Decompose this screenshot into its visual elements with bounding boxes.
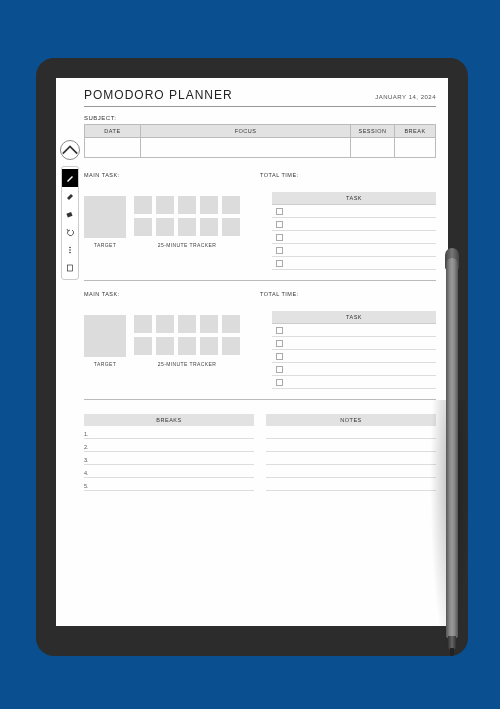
main-task-label-1: MAIN TASK: <box>84 172 260 178</box>
task-block-2: TARGET 25-MINUTE TRACKER TASK <box>84 311 436 389</box>
break-cell[interactable] <box>395 138 435 157</box>
checkbox-icon[interactable] <box>276 247 283 254</box>
task-row[interactable] <box>272 231 436 244</box>
checkbox-icon[interactable] <box>276 366 283 373</box>
focus-cell[interactable] <box>141 138 350 157</box>
tracker-cell[interactable] <box>134 196 152 214</box>
page-date: JANUARY 14, 2024 <box>375 94 436 100</box>
task-row[interactable] <box>272 244 436 257</box>
highlighter-icon <box>65 191 75 201</box>
target-caption-1: TARGET <box>84 242 126 248</box>
task-row[interactable] <box>272 324 436 337</box>
break-number: 5. <box>84 483 89 489</box>
tracker-cell[interactable] <box>222 218 240 236</box>
checkbox-icon[interactable] <box>276 327 283 334</box>
bottom-section: BREAKS 1. 2. 3. 4. 5. NOTES <box>84 414 436 491</box>
tracker-cell[interactable] <box>178 218 196 236</box>
svg-point-1 <box>69 247 71 249</box>
book-icon <box>65 263 75 273</box>
info-grid: DATE FOCUS SESSION BREAK <box>84 124 436 158</box>
checkbox-icon[interactable] <box>276 234 283 241</box>
notebook-tool[interactable] <box>62 259 78 277</box>
collapse-button[interactable] <box>60 140 80 160</box>
tracker-cell[interactable] <box>200 315 218 333</box>
tracker-cell[interactable] <box>156 196 174 214</box>
task-block-1: TARGET 25-MINUTE TRACKER TASK <box>84 192 436 270</box>
tracker-cell[interactable] <box>200 337 218 355</box>
toolbar <box>59 140 81 280</box>
col-focus-header: FOCUS <box>141 125 350 138</box>
more-tool[interactable] <box>62 241 78 259</box>
tracker-cell[interactable] <box>178 315 196 333</box>
tracker-cell[interactable] <box>156 315 174 333</box>
target-box-2[interactable] <box>84 315 126 357</box>
tracker-cell[interactable] <box>200 218 218 236</box>
planner-page: POMODORO PLANNER JANUARY 14, 2024 SUBJEC… <box>84 88 436 616</box>
tracker-cell[interactable] <box>156 337 174 355</box>
checkbox-icon[interactable] <box>276 353 283 360</box>
main-task-label-2: MAIN TASK: <box>84 291 260 297</box>
checkbox-icon[interactable] <box>276 221 283 228</box>
svg-rect-4 <box>68 265 73 271</box>
tracker-cell[interactable] <box>134 337 152 355</box>
page-header: POMODORO PLANNER JANUARY 14, 2024 <box>84 88 436 107</box>
task-row[interactable] <box>272 337 436 350</box>
note-row[interactable] <box>266 478 436 491</box>
undo-icon <box>65 227 75 237</box>
divider <box>84 399 436 400</box>
task-row[interactable] <box>272 257 436 270</box>
tracker-grid-2 <box>134 315 240 355</box>
note-row[interactable] <box>266 465 436 478</box>
tracker-cell[interactable] <box>200 196 218 214</box>
tracker-cell[interactable] <box>178 337 196 355</box>
task-row[interactable] <box>272 218 436 231</box>
tracker-cell[interactable] <box>222 337 240 355</box>
session-cell[interactable] <box>351 138 394 157</box>
tracker-caption-2: 25-MINUTE TRACKER <box>134 361 240 367</box>
task-row[interactable] <box>272 350 436 363</box>
note-row[interactable] <box>266 439 436 452</box>
stylus <box>442 218 462 684</box>
task-row[interactable] <box>272 376 436 389</box>
tracker-cell[interactable] <box>156 218 174 236</box>
tracker-cell[interactable] <box>222 196 240 214</box>
break-row[interactable]: 4. <box>84 465 254 478</box>
target-box-1[interactable] <box>84 196 126 238</box>
undo-tool[interactable] <box>62 223 78 241</box>
eraser-tool[interactable] <box>62 205 78 223</box>
tool-strip <box>61 166 79 280</box>
break-row[interactable]: 1. <box>84 426 254 439</box>
task-row[interactable] <box>272 363 436 376</box>
tracker-cell[interactable] <box>178 196 196 214</box>
chevron-up-icon <box>61 141 79 159</box>
checkbox-icon[interactable] <box>276 260 283 267</box>
checkbox-icon[interactable] <box>276 379 283 386</box>
checkbox-icon[interactable] <box>276 208 283 215</box>
break-row[interactable]: 3. <box>84 452 254 465</box>
date-cell[interactable] <box>85 138 140 157</box>
page-title: POMODORO PLANNER <box>84 88 233 102</box>
breaks-column: BREAKS 1. 2. 3. 4. 5. <box>84 414 254 491</box>
task-row[interactable] <box>272 205 436 218</box>
pen-icon <box>65 173 75 183</box>
tracker-caption-1: 25-MINUTE TRACKER <box>134 242 240 248</box>
break-number: 2. <box>84 444 89 450</box>
tracker-cell[interactable] <box>222 315 240 333</box>
tracker-cell[interactable] <box>134 315 152 333</box>
break-number: 1. <box>84 431 89 437</box>
break-number: 4. <box>84 470 89 476</box>
col-date-header: DATE <box>85 125 140 138</box>
note-row[interactable] <box>266 426 436 439</box>
pen-tool[interactable] <box>62 169 78 187</box>
checkbox-icon[interactable] <box>276 340 283 347</box>
note-row[interactable] <box>266 452 436 465</box>
more-icon <box>65 245 75 255</box>
col-session-header: SESSION <box>351 125 394 138</box>
break-row[interactable]: 5. <box>84 478 254 491</box>
total-time-label-1: TOTAL TIME: <box>260 172 436 178</box>
tablet-device: POMODORO PLANNER JANUARY 14, 2024 SUBJEC… <box>36 58 468 656</box>
break-row[interactable]: 2. <box>84 439 254 452</box>
target-caption-2: TARGET <box>84 361 126 367</box>
tracker-cell[interactable] <box>134 218 152 236</box>
highlighter-tool[interactable] <box>62 187 78 205</box>
